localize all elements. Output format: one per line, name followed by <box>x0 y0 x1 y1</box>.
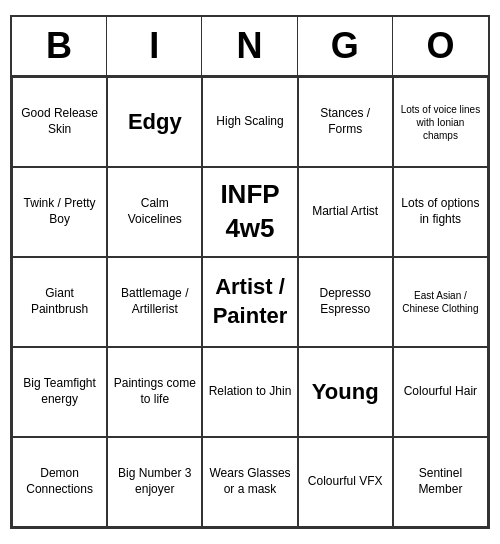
bingo-cell-13: Depresso Espresso <box>298 257 393 347</box>
bingo-cell-12: Artist / Painter <box>202 257 297 347</box>
bingo-cell-21: Big Number 3 enjoyer <box>107 437 202 527</box>
cell-text-5: Twink / Pretty Boy <box>17 196 102 227</box>
cell-text-23: Colourful VFX <box>303 474 388 490</box>
bingo-cell-3: Stances / Forms <box>298 77 393 167</box>
bingo-cell-8: Martial Artist <box>298 167 393 257</box>
cell-text-14: East Asian / Chinese Clothing <box>398 289 483 315</box>
cell-text-24: Sentinel Member <box>398 466 483 497</box>
cell-text-10: Giant Paintbrush <box>17 286 102 317</box>
bingo-cell-4: Lots of voice lines with Ionian champs <box>393 77 488 167</box>
bingo-cell-20: Demon Connections <box>12 437 107 527</box>
bingo-cell-23: Colourful VFX <box>298 437 393 527</box>
cell-text-20: Demon Connections <box>17 466 102 497</box>
cell-text-1: Edgy <box>112 108 197 137</box>
cell-text-8: Martial Artist <box>303 204 388 220</box>
bingo-letter-g: G <box>298 17 393 75</box>
cell-text-22: Wears Glasses or a mask <box>207 466 292 497</box>
cell-text-15: Big Teamfight energy <box>17 376 102 407</box>
bingo-letter-o: O <box>393 17 488 75</box>
cell-text-0: Good Release Skin <box>17 106 102 137</box>
cell-text-11: Battlemage / Artillerist <box>112 286 197 317</box>
bingo-grid: Good Release SkinEdgyHigh ScalingStances… <box>12 77 488 527</box>
bingo-cell-9: Lots of options in fights <box>393 167 488 257</box>
bingo-cell-0: Good Release Skin <box>12 77 107 167</box>
cell-text-7: INFP 4w5 <box>207 178 292 246</box>
bingo-cell-24: Sentinel Member <box>393 437 488 527</box>
bingo-header: BINGO <box>12 17 488 77</box>
cell-text-13: Depresso Espresso <box>303 286 388 317</box>
bingo-cell-2: High Scaling <box>202 77 297 167</box>
bingo-cell-18: Young <box>298 347 393 437</box>
bingo-letter-n: N <box>202 17 297 75</box>
cell-text-21: Big Number 3 enjoyer <box>112 466 197 497</box>
bingo-cell-17: Relation to Jhin <box>202 347 297 437</box>
cell-text-9: Lots of options in fights <box>398 196 483 227</box>
bingo-cell-16: Paintings come to life <box>107 347 202 437</box>
bingo-cell-11: Battlemage / Artillerist <box>107 257 202 347</box>
bingo-cell-6: Calm Voicelines <box>107 167 202 257</box>
bingo-cell-1: Edgy <box>107 77 202 167</box>
bingo-cell-7: INFP 4w5 <box>202 167 297 257</box>
bingo-letter-i: I <box>107 17 202 75</box>
bingo-card: BINGO Good Release SkinEdgyHigh ScalingS… <box>10 15 490 529</box>
bingo-cell-15: Big Teamfight energy <box>12 347 107 437</box>
bingo-letter-b: B <box>12 17 107 75</box>
cell-text-4: Lots of voice lines with Ionian champs <box>398 103 483 142</box>
cell-text-16: Paintings come to life <box>112 376 197 407</box>
cell-text-3: Stances / Forms <box>303 106 388 137</box>
cell-text-12: Artist / Painter <box>207 273 292 330</box>
cell-text-18: Young <box>303 378 388 407</box>
bingo-cell-22: Wears Glasses or a mask <box>202 437 297 527</box>
cell-text-2: High Scaling <box>207 114 292 130</box>
bingo-cell-19: Colourful Hair <box>393 347 488 437</box>
cell-text-19: Colourful Hair <box>398 384 483 400</box>
bingo-cell-14: East Asian / Chinese Clothing <box>393 257 488 347</box>
cell-text-6: Calm Voicelines <box>112 196 197 227</box>
cell-text-17: Relation to Jhin <box>207 384 292 400</box>
bingo-cell-10: Giant Paintbrush <box>12 257 107 347</box>
bingo-cell-5: Twink / Pretty Boy <box>12 167 107 257</box>
